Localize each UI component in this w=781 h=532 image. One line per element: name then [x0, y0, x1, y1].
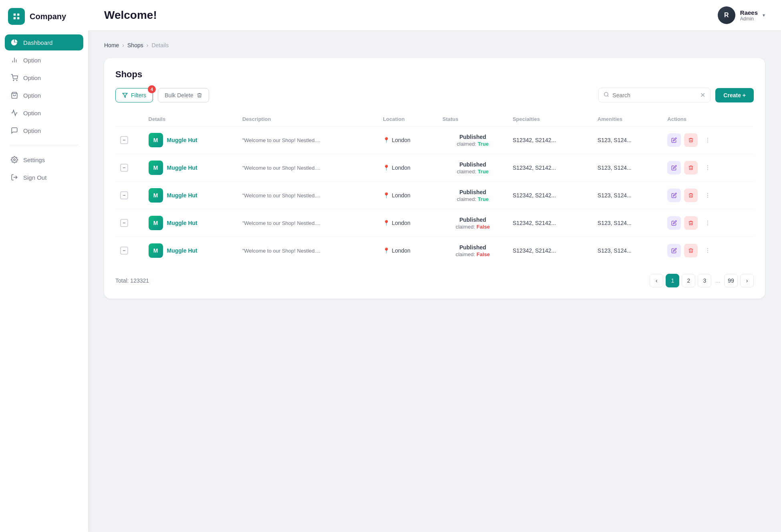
pin-icon: 📍 [383, 165, 390, 171]
sidebar-item-label: Option [23, 57, 41, 64]
edit-button[interactable] [667, 133, 681, 147]
shop-cell: M Muggle Hut [149, 161, 233, 175]
breadcrumb-home[interactable]: Home [104, 42, 119, 48]
bag-icon [10, 91, 18, 99]
create-button[interactable]: Create + [715, 88, 754, 102]
trash-icon [688, 248, 694, 253]
table-row: M Muggle Hut "Welcome to our Shop! Nestl… [115, 209, 754, 237]
filter-icon [122, 92, 128, 98]
edit-button[interactable] [667, 189, 681, 202]
row-checkbox[interactable] [120, 136, 128, 144]
sidebar-item-option3[interactable]: Option [5, 87, 83, 103]
chart-pie-icon [10, 38, 18, 46]
pagination-page-2[interactable]: 2 [682, 274, 695, 287]
pagination-page-1[interactable]: 1 [666, 274, 679, 287]
col-amenities: Amenities [593, 112, 662, 126]
location-text: London [392, 220, 411, 226]
delete-button[interactable] [684, 189, 698, 202]
sidebar-item-label: Option [23, 127, 41, 134]
delete-button[interactable] [684, 161, 698, 175]
table-row: M Muggle Hut "Welcome to our Shop! Nestl… [115, 126, 754, 154]
sidebar-item-settings[interactable]: Settings [5, 152, 83, 168]
more-button[interactable] [701, 216, 715, 230]
sidebar-item-option1[interactable]: Option [5, 52, 83, 68]
search-icon [604, 92, 609, 99]
pin-icon: 📍 [383, 137, 390, 143]
row-checkbox[interactable] [120, 247, 128, 255]
search-input[interactable] [612, 92, 697, 98]
trash-icon [688, 165, 694, 171]
pagination-prev[interactable]: ‹ [650, 274, 663, 287]
trash-icon [197, 92, 202, 98]
search-clear-icon[interactable]: ✕ [700, 91, 705, 99]
more-button[interactable] [701, 133, 715, 147]
pagination-next[interactable]: › [740, 274, 754, 287]
shop-name[interactable]: Muggle Hut [167, 137, 197, 143]
bulk-delete-button[interactable]: Bulk Delete [158, 88, 209, 102]
row-checkbox-cell [115, 182, 144, 209]
svg-point-16 [707, 165, 708, 166]
trash-icon [688, 137, 694, 143]
row-checkbox[interactable] [120, 219, 128, 227]
shop-name[interactable]: Muggle Hut [167, 192, 197, 199]
sidebar-item-option4[interactable]: Option [5, 105, 83, 121]
row-checkbox[interactable] [120, 164, 128, 172]
filter-button[interactable]: Filters 4 [115, 88, 153, 102]
minus-icon [122, 221, 126, 225]
row-location-cell: 📍 London [378, 237, 438, 265]
pagination: ‹ 1 2 3 ... 99 › [650, 274, 754, 287]
more-button[interactable] [701, 244, 715, 257]
delete-button[interactable] [684, 244, 698, 257]
row-specialties-cell: S12342, S2142... [508, 154, 593, 182]
edit-button[interactable] [667, 216, 681, 230]
actions-cell [667, 244, 749, 257]
more-button[interactable] [701, 161, 715, 175]
delete-button[interactable] [684, 133, 698, 147]
minus-icon [122, 193, 126, 197]
table-row: M Muggle Hut "Welcome to our Shop! Nestl… [115, 237, 754, 265]
edit-button[interactable] [667, 161, 681, 175]
sidebar-item-option2[interactable]: Option [5, 70, 83, 86]
pagination-page-last[interactable]: 99 [724, 274, 738, 287]
sidebar-item-signout[interactable]: Sign Out [5, 169, 83, 185]
col-description: Description [238, 112, 378, 126]
main-area: Welcome! R Raees Admin ▾ Home › Shops › … [88, 0, 781, 532]
row-checkbox[interactable] [120, 191, 128, 199]
row-location-cell: 📍 London [378, 182, 438, 209]
status-label: Published [459, 217, 486, 223]
row-details-cell: M Muggle Hut [144, 154, 238, 182]
location-text: London [392, 165, 411, 171]
row-details-cell: M Muggle Hut [144, 126, 238, 154]
total-count: Total: 123321 [115, 277, 149, 284]
minus-icon [122, 166, 126, 170]
svg-point-3 [13, 80, 14, 81]
row-location-cell: 📍 London [378, 154, 438, 182]
row-actions-cell [662, 126, 754, 154]
shop-thumbnail: M [149, 216, 163, 230]
actions-cell [667, 216, 749, 230]
breadcrumb-shops[interactable]: Shops [127, 42, 143, 48]
svg-point-30 [707, 252, 708, 253]
edit-button[interactable] [667, 244, 681, 257]
sidebar-item-option5[interactable]: Option [5, 122, 83, 139]
shop-thumbnail: M [149, 243, 163, 258]
more-button[interactable] [701, 189, 715, 202]
user-menu[interactable]: R Raees Admin ▾ [718, 6, 765, 24]
shop-name[interactable]: Muggle Hut [167, 165, 197, 171]
logo-icon [8, 8, 25, 25]
more-icon [705, 247, 711, 254]
row-specialties-cell: S12342, S2142... [508, 209, 593, 237]
svg-point-6 [14, 159, 16, 161]
shop-name[interactable]: Muggle Hut [167, 247, 197, 254]
shop-name[interactable]: Muggle Hut [167, 220, 197, 226]
claimed-value: True [478, 196, 489, 202]
location-text: London [392, 192, 411, 199]
svg-point-22 [707, 197, 708, 198]
edit-icon [671, 220, 677, 226]
row-desc-cell: "Welcome to our Shop! Nestled.... [238, 237, 378, 265]
pagination-page-3[interactable]: 3 [698, 274, 711, 287]
cart-icon [10, 74, 18, 82]
delete-button[interactable] [684, 216, 698, 230]
sidebar-item-dashboard[interactable]: Dashboard [5, 34, 83, 50]
user-name: Raees [740, 9, 758, 16]
